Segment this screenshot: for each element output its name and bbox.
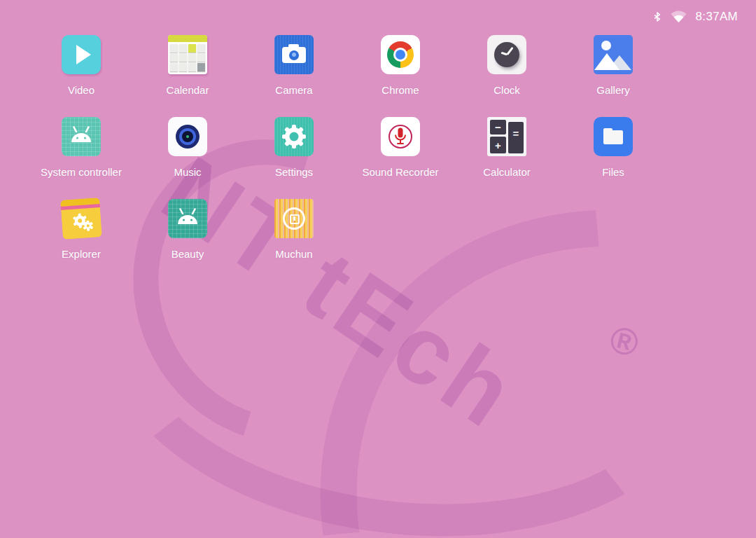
app-label: Clock [493,85,520,95]
video-play-icon [62,35,101,74]
app-label: Sound Recorder [362,167,438,177]
app-calculator[interactable]: −+=Calculator [454,113,560,195]
app-label: Settings [275,167,313,177]
app-label: Gallery [596,85,630,95]
app-calendar[interactable]: Calendar [134,31,241,113]
app-beauty[interactable]: Beauty [134,195,241,277]
chrome-browser-icon [381,35,420,74]
android-robot-icon [62,117,101,156]
android-robot-icon [168,199,207,238]
status-bar: 8:37AM [653,8,738,25]
app-settings[interactable]: Settings [241,113,347,195]
app-label: Music [174,167,201,177]
app-video[interactable]: Video [28,31,134,113]
app-muchun[interactable]: Muchun [241,195,347,277]
photo-mountain-icon [594,35,633,74]
wifi-icon [670,11,687,23]
app-explorer[interactable]: Explorer [28,195,134,277]
gear-icon [274,117,314,156]
app-clock[interactable]: Clock [454,31,560,113]
status-time: 8:37AM [696,10,738,24]
bluetooth-icon [653,11,662,23]
app-chrome[interactable]: Chrome [347,31,454,113]
app-files[interactable]: Files [560,113,666,195]
calendar-icon [168,35,207,74]
app-label: Camera [275,85,312,95]
calculator-icon: −+= [487,117,526,156]
folder-gear-icon [62,199,101,238]
app-label: Calendar [167,85,209,95]
ring-logo-icon [274,199,314,238]
folder-icon [594,117,633,156]
app-sound_recorder[interactable]: Sound Recorder [347,113,454,195]
app-label: Explorer [62,249,101,259]
camera-icon [274,35,314,74]
app-label: Files [602,167,624,177]
app-system_controller[interactable]: System controller [28,113,134,195]
registered-trademark-icon: ® [606,317,643,366]
android-home-screen: { "status_bar": { "time": "8:37AM", "ico… [0,0,756,538]
clock-icon [487,35,526,74]
app-gallery[interactable]: Gallery [560,31,666,113]
app-label: System controller [41,167,122,177]
app-label: Video [68,85,94,95]
app-label: Calculator [483,167,531,177]
app-camera[interactable]: Camera [241,31,347,113]
app-music[interactable]: Music [134,113,241,195]
app-label: Chrome [382,85,419,95]
app-label: Beauty [172,249,204,259]
watermark-gap [272,287,296,303]
app-label: Muchun [275,249,312,259]
microphone-icon [381,117,420,156]
speaker-icon [168,117,207,156]
app-grid: VideoCalendarCameraChromeClockGallery Sy… [28,31,666,277]
